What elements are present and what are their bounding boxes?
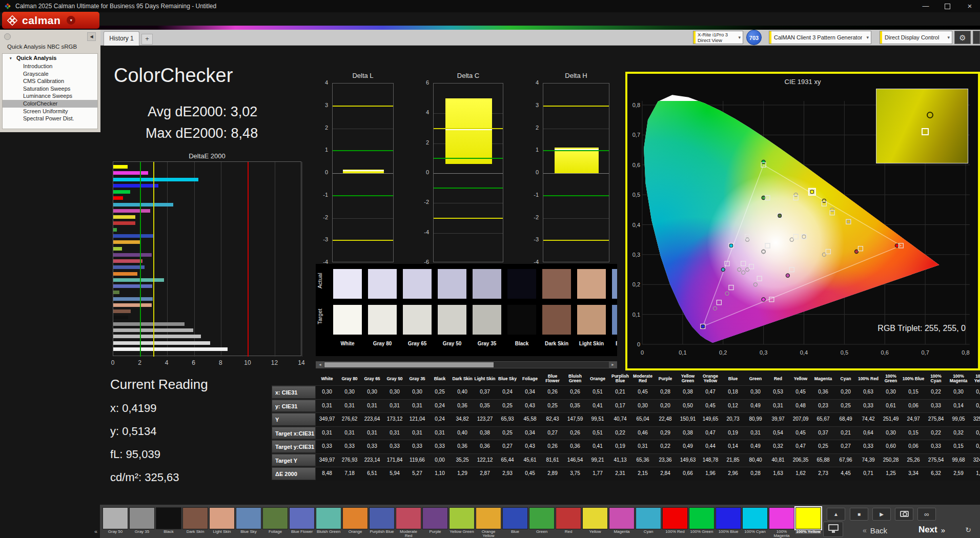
cell-y-green: 80,99 xyxy=(744,412,767,426)
target-swatch-dark-skin xyxy=(542,305,571,335)
x-tick-label: 14 xyxy=(295,359,308,366)
pattern-generator-selector[interactable]: CalMAN Client 3 Pattern Generator ▾ xyxy=(769,31,871,44)
patch-blue-sky[interactable] xyxy=(236,507,261,529)
meter-selector[interactable]: X-Rite i1Pro 3 Direct View ▾ xyxy=(693,31,743,44)
patch-gray-35[interactable] xyxy=(129,507,155,529)
sidebar-item-screen-uniformity[interactable]: Screen Uniformity xyxy=(3,108,97,115)
scrollbar-handle[interactable] xyxy=(324,362,494,367)
ref-line-1 xyxy=(434,158,503,159)
continuous-button[interactable]: ∞ xyxy=(917,508,936,521)
scroll-right-icon[interactable]: ► xyxy=(609,362,617,368)
y-tick-label: 3 xyxy=(308,102,328,108)
tree-root-quick-analysis[interactable]: ▾Quick Analysis xyxy=(3,54,97,63)
swatch-label-gray-80: Gray 80 xyxy=(365,341,400,346)
logo-dropdown-icon[interactable]: ▾ xyxy=(67,16,75,25)
strip-scroll-left-icon[interactable]: « xyxy=(94,528,97,534)
x-tick-label: 4 xyxy=(160,359,173,366)
patch-orange[interactable] xyxy=(342,507,368,529)
refresh-icon[interactable]: ↻ xyxy=(961,524,976,537)
sidebar-item-spectral-power-dist[interactable]: Spectral Power Dist. xyxy=(3,115,97,122)
sidebar-item-colorchecker[interactable]: ColorChecker xyxy=(3,100,97,108)
cell-y-cie31-100-cyan: 0,33 xyxy=(925,399,947,413)
patch-orange-yellow[interactable] xyxy=(476,507,501,529)
patch-purple[interactable] xyxy=(422,507,448,529)
add-tab-button[interactable]: + xyxy=(141,34,153,45)
cell-y-black: 0,24 xyxy=(428,412,451,426)
sidebar-item-introduction[interactable]: Introduction xyxy=(3,63,97,70)
calman-logo[interactable]: calman ▾ xyxy=(2,12,99,29)
capture-button[interactable] xyxy=(895,508,913,521)
patch-blue[interactable] xyxy=(502,507,528,529)
swatch-compare-scrollbar[interactable]: ◄ ► xyxy=(316,361,617,368)
patch-red[interactable] xyxy=(556,507,581,529)
sidebar-item-cms-calibration[interactable]: CMS Calibration xyxy=(3,77,97,85)
sidebar-dot-button[interactable] xyxy=(4,33,11,40)
patch-100-blue[interactable] xyxy=(716,507,741,529)
cell-target-y-gray-50: 171,84 xyxy=(383,453,406,467)
minimize-icon[interactable]: — xyxy=(915,0,936,12)
cell-target-y-blue-sky: 65,44 xyxy=(496,453,519,467)
col-header-black: Black xyxy=(428,372,451,385)
cell-target-y-red: 40,81 xyxy=(767,453,789,467)
cell-target-y-purplish-blue: 41,13 xyxy=(609,453,631,467)
close-icon[interactable]: × xyxy=(959,0,980,12)
patch-yellow-green[interactable] xyxy=(449,507,475,529)
x-tick-label: 10 xyxy=(241,359,254,366)
scroll-left-icon[interactable]: ◄ xyxy=(316,362,324,368)
patch-100-cyan[interactable] xyxy=(742,507,768,529)
sidebar-item-grayscale[interactable]: Grayscale xyxy=(3,70,97,78)
app-icon xyxy=(4,3,11,10)
patch-moderate-red[interactable] xyxy=(396,507,421,529)
patch-black[interactable] xyxy=(156,507,181,529)
patch-bluish-green[interactable] xyxy=(316,507,341,529)
chevron-down-icon[interactable]: ▾ xyxy=(945,35,952,40)
patch-dark-skin[interactable] xyxy=(182,507,208,529)
sidebar-item-luminance-sweeps[interactable]: Luminance Sweeps xyxy=(3,92,97,100)
patch-100-yellow[interactable] xyxy=(795,507,821,529)
tab-history-1[interactable]: History 1 xyxy=(104,31,139,46)
bar-red xyxy=(113,221,135,225)
back-button[interactable]: « Back xyxy=(847,524,903,537)
patch-foliage[interactable] xyxy=(262,507,288,529)
cell-target-y-cie31-light-skin: 0,36 xyxy=(474,440,496,453)
grid-line xyxy=(543,218,609,219)
cell-target-y-purple: 23,36 xyxy=(654,453,677,467)
edge-panel-button[interactable] xyxy=(973,31,980,44)
patch-cyan[interactable] xyxy=(636,507,661,529)
sidebar-item-saturation-sweeps[interactable]: Saturation Sweeps xyxy=(3,85,97,93)
collapse-sidebar-icon[interactable]: ◀ xyxy=(87,32,96,41)
patch-magenta[interactable] xyxy=(609,507,635,529)
patch-100-magenta[interactable] xyxy=(769,507,794,529)
play-button[interactable]: ▶ xyxy=(872,508,891,521)
display-window-button[interactable] xyxy=(823,522,843,537)
chevron-down-icon[interactable]: ▾ xyxy=(864,35,871,40)
cell-y-100-blue: 24,97 xyxy=(902,412,925,426)
meter-badge[interactable]: 703 xyxy=(746,30,762,45)
patch-purplish-blue[interactable] xyxy=(369,507,395,529)
cie-x-tick: 0,6 xyxy=(881,349,889,356)
cell-target-x-cie31-100-yellow: 0,42 xyxy=(970,426,980,440)
stop-button[interactable]: ■ xyxy=(850,508,868,521)
tree-expander-icon[interactable]: ▾ xyxy=(10,54,12,63)
gear-icon[interactable]: ⚙ xyxy=(954,31,971,44)
patch-label-black: Black xyxy=(156,530,181,534)
calman-mark-icon xyxy=(7,15,18,26)
patch-yellow[interactable] xyxy=(582,507,608,529)
cell-target-y-cie31-dark-skin: 0,36 xyxy=(451,440,474,453)
cell-target-y-foliage: 45,61 xyxy=(519,453,541,467)
patch-100-green[interactable] xyxy=(689,507,714,529)
measured-foliage xyxy=(778,214,782,218)
display-control-selector[interactable]: Direct Display Control ▾ xyxy=(880,31,952,44)
eject-button[interactable]: ▲ xyxy=(827,508,845,521)
patch-light-skin[interactable] xyxy=(209,507,235,529)
maximize-icon[interactable] xyxy=(937,0,957,12)
cie-y-tick: 0,2 xyxy=(632,281,640,287)
chevron-down-icon[interactable]: ▾ xyxy=(736,35,743,40)
patch-gray-50[interactable] xyxy=(103,507,128,529)
bar-blue-sky xyxy=(113,297,153,301)
patch-green[interactable] xyxy=(529,507,555,529)
next-button[interactable]: Next » xyxy=(906,523,957,536)
row-label-target-y-cie31: Target y:CIE31 xyxy=(272,440,316,453)
patch-blue-flower[interactable] xyxy=(289,507,315,529)
patch-100-red[interactable] xyxy=(662,507,688,529)
